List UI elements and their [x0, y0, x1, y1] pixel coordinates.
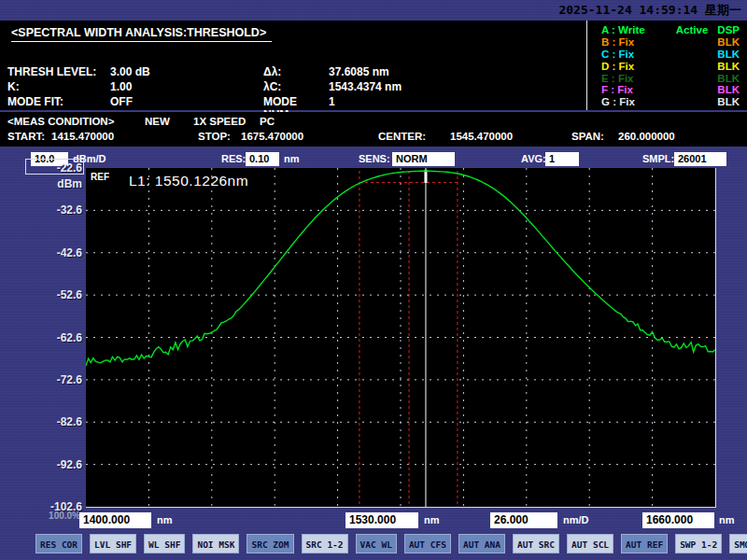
sens-label: SENS: — [359, 153, 390, 164]
softkey-res-cor[interactable]: RES COR — [35, 534, 82, 553]
marker-l1-readout: L1: 1550.1226nm — [129, 173, 248, 189]
softkey-vac-wl[interactable]: VAC WL — [356, 534, 397, 553]
trace-a-curve — [86, 171, 715, 366]
trace-name: G : Fix — [601, 96, 676, 107]
analysis-value2: 1543.4374 nm — [329, 80, 579, 95]
res-unit: nm — [284, 153, 300, 164]
x-center-unit: nm — [424, 514, 440, 525]
analysis-row: THRESH LEVEL:3.00 dBΔλ:37.6085 nm — [0, 65, 579, 80]
trace-status: DSP — [717, 24, 740, 35]
start-label: START: — [7, 131, 45, 142]
y-tick-label: -82.6 — [26, 415, 82, 428]
stop-label: STOP: — [198, 131, 231, 142]
analysis-results: THRESH LEVEL:3.00 dBΔλ:37.6085 nmK:1.00λ… — [0, 65, 579, 110]
analysis-label: THRESH LEVEL: — [7, 65, 110, 80]
y-tick-label: -32.6 — [26, 203, 82, 217]
trace-name: A : Write — [601, 24, 676, 35]
analysis-row: K:1.00λC:1543.4374 nm — [0, 80, 579, 95]
trace-list: A : WriteActiveDSPB : FixBLKC : FixBLKD … — [586, 24, 745, 108]
res-field[interactable]: 0.10 — [246, 152, 279, 166]
trace-row[interactable]: A : WriteActiveDSP — [586, 24, 745, 36]
trace-status: BLK — [717, 84, 740, 95]
analysis-title: <SPECTRAL WIDTH ANALYSIS:THRESHOLD> — [11, 26, 272, 42]
y-tick-label: -52.6 — [26, 288, 82, 301]
osa-screen: 2025-11-24 14:59:14 星期一 <SPECTRAL WIDTH … — [0, 0, 747, 560]
meas-condition-panel: <MEAS CONDITION> NEW 1X SPEED PC START: … — [0, 112, 747, 147]
trace-status: BLK — [717, 96, 740, 107]
x-center-field[interactable]: 1530.000 — [345, 512, 418, 528]
softkey-aut-scl[interactable]: AUT SCL — [567, 534, 613, 553]
marker-l1-handle[interactable] — [424, 170, 427, 183]
center-value: 1545.470000 — [450, 131, 513, 142]
trace-status: BLK — [717, 73, 740, 84]
y-tick-label: -42.6 — [26, 246, 82, 259]
avg-field[interactable]: 1 — [545, 152, 579, 166]
analysis-row: MODE FIT:OFFMODE NUM:1 — [0, 95, 579, 110]
x-start-field[interactable]: 1400.000 — [79, 512, 151, 528]
span-label: SPAN: — [571, 131, 604, 142]
smpl-label: SMPL: — [642, 153, 674, 164]
trace-status: BLK — [717, 36, 740, 48]
softkey-lvl-shf[interactable]: LVL SHF — [90, 534, 136, 553]
trace-active-flag: Active — [676, 24, 718, 35]
softkey-noi-msk[interactable]: NOI MSK — [192, 534, 239, 553]
trace-row[interactable]: E : FixBLK — [586, 72, 745, 84]
stop-value: 1675.470000 — [241, 131, 303, 142]
x-axis-bar: 1400.000 nm 1530.000 nm 26.000 nm/D 1660… — [0, 511, 747, 531]
spectrum-svg — [86, 168, 715, 507]
center-label: CENTER: — [378, 131, 426, 142]
softkey-aut-ana[interactable]: AUT ANA — [458, 534, 505, 553]
meas-mode: NEW — [145, 116, 170, 127]
analysis-header-panel: <SPECTRAL WIDTH ANALYSIS:THRESHOLD> THRE… — [0, 21, 747, 110]
x-scale-field[interactable]: 26.000 — [490, 512, 557, 528]
analysis-value: 1.00 — [110, 80, 263, 95]
trace-row[interactable]: F : FixBLK — [586, 84, 745, 96]
softkey-swp-1-2[interactable]: SWP 1-2 — [675, 534, 722, 553]
span-value: 260.000000 — [618, 131, 675, 142]
meas-title: <MEAS CONDITION> — [7, 116, 114, 127]
trace-name: C : Fix — [601, 49, 676, 60]
analysis-label2: λC: — [263, 80, 329, 95]
trace-status: BLK — [717, 49, 740, 60]
res-label: RES: — [221, 153, 246, 164]
softkey-src-zom[interactable]: SRC ZOM — [247, 534, 293, 553]
x-start-unit: nm — [157, 514, 173, 525]
softkey-aut-cfs[interactable]: AUT CFS — [404, 534, 451, 553]
ref-marker-text: REF — [91, 172, 109, 182]
trace-row[interactable]: B : FixBLK — [586, 36, 745, 49]
trace-status: BLK — [717, 61, 740, 72]
y-tick-label: -72.6 — [26, 373, 82, 386]
meas-interface: PC — [260, 116, 275, 127]
trace-name: E : Fix — [601, 73, 676, 84]
settings-bar: 10.0 dBm/D RES: 0.10 nm SENS: NORM AVG: … — [0, 147, 747, 168]
x-stop-field[interactable]: 1660.000 — [642, 512, 714, 528]
x-stop-unit: nm — [719, 514, 735, 525]
x-scale-unit: nm/D — [563, 514, 589, 525]
analysis-value: 3.00 dB — [110, 65, 263, 80]
analysis-label2: Δλ: — [263, 65, 329, 80]
trace-row[interactable]: C : FixBLK — [586, 49, 745, 61]
softkey-wl-shf[interactable]: WL SHF — [144, 534, 185, 553]
meas-speed: 1X SPEED — [193, 116, 246, 127]
softkey-src-1-2[interactable]: SRC 1-2 — [302, 534, 348, 553]
datetime-display: 2025-11-24 14:59:14 星期一 — [558, 2, 741, 19]
y-tick-label: -62.6 — [26, 331, 82, 344]
trace-name: F : Fix — [601, 84, 676, 95]
smpl-field[interactable]: 26001 — [674, 152, 726, 166]
analysis-value2: 37.6085 nm — [329, 65, 579, 80]
analysis-label: K: — [7, 80, 110, 95]
softkey-aut-src[interactable]: AUT SRC — [513, 534, 559, 553]
ref-level-box — [25, 159, 84, 175]
spectrum-plot[interactable]: REF L1: 1550.1226nm — [86, 168, 716, 508]
y-axis-unit: dBm — [28, 177, 82, 190]
trace-name: B : Fix — [601, 36, 676, 48]
start-value: 1415.470000 — [51, 131, 114, 142]
trace-name: D : Fix — [601, 61, 676, 72]
trace-row[interactable]: G : FixBLK — [586, 96, 745, 108]
softkey-bar: RES CORLVL SHFWL SHFNOI MSKSRC ZOMSRC 1-… — [35, 533, 745, 553]
trace-row[interactable]: D : FixBLK — [586, 60, 745, 72]
sens-field[interactable]: NORM — [392, 152, 455, 166]
softkey-smooth[interactable]: SMOOTH — [729, 534, 747, 553]
softkey-aut-ref[interactable]: AUT REF — [621, 534, 668, 553]
y-tick-label: -92.6 — [26, 458, 82, 471]
